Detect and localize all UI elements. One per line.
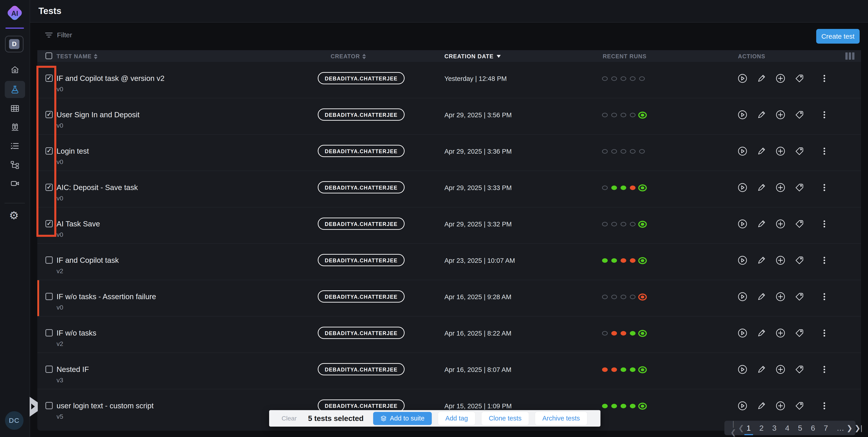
tag-button[interactable] [795,401,804,411]
next-page-button[interactable]: ❯ [846,424,854,432]
row-checkbox[interactable] [45,220,53,227]
add-to-suite-button[interactable] [775,146,785,156]
page-number[interactable]: 1 [745,423,752,433]
sidebar-item-tests[interactable] [5,81,25,98]
user-avatar[interactable]: DC [5,411,24,430]
run-test-button[interactable] [738,110,747,120]
recent-runs[interactable] [602,330,646,337]
recent-runs[interactable] [602,111,646,119]
recent-runs[interactable] [602,147,645,155]
column-creation-date[interactable]: CREATION DATE [444,53,501,60]
tag-button[interactable] [795,328,804,338]
more-actions-icon[interactable] [819,73,829,83]
row-checkbox[interactable] [45,74,53,82]
add-to-suite-button[interactable] [775,255,785,265]
page-number[interactable]: 4 [784,423,790,433]
checklist-icon[interactable] [10,141,20,151]
recent-runs[interactable] [602,402,646,410]
test-name[interactable]: IF w/o tasks - Assertion failure [57,292,156,301]
more-actions-icon[interactable] [819,292,829,302]
page-number[interactable]: 6 [809,423,816,433]
tag-button[interactable] [795,219,804,229]
column-test-name[interactable]: TEST NAME [57,53,97,60]
clone-tests-button[interactable]: Clone tests [482,412,529,425]
edit-test-button[interactable] [756,292,767,302]
tag-button[interactable] [795,110,804,120]
workflow-tree-icon[interactable] [10,160,20,169]
edit-test-button[interactable] [756,328,767,338]
test-name[interactable]: AIC: Deposit - Save task [57,183,138,192]
add-to-suite-button[interactable] [775,110,785,120]
more-actions-icon[interactable] [819,110,829,120]
tag-button[interactable] [795,292,804,302]
add-tag-button[interactable]: Add tag [438,412,475,425]
run-test-button[interactable] [738,365,747,374]
row-checkbox[interactable] [45,184,53,191]
sidebar-expand-handle[interactable] [30,397,38,417]
add-to-suite-button[interactable] [775,292,785,302]
tag-button[interactable] [795,365,804,374]
tag-button[interactable] [795,146,804,156]
test-name[interactable]: Login test [57,147,89,156]
columns-settings-icon[interactable] [845,53,855,60]
edit-test-button[interactable] [756,73,767,83]
tag-button[interactable] [795,255,804,265]
home-icon[interactable] [10,65,20,75]
page-number[interactable]: 5 [797,423,804,433]
row-checkbox[interactable] [45,257,53,264]
run-test-button[interactable] [738,401,747,411]
add-to-suite-button[interactable] [775,328,785,338]
clear-selection-button[interactable]: Clear [282,415,297,422]
tag-button[interactable] [795,182,804,193]
recent-runs[interactable] [602,184,646,192]
add-to-suite-button[interactable] [775,182,785,193]
test-tubes-icon[interactable] [10,123,20,132]
row-checkbox[interactable] [45,329,53,336]
settings-icon[interactable]: ⚙ [9,210,19,221]
edit-test-button[interactable] [756,110,767,120]
row-checkbox[interactable] [45,147,53,155]
recordings-icon[interactable] [10,179,20,188]
more-actions-icon[interactable] [819,219,829,229]
add-to-suite-button[interactable] [775,401,785,411]
test-name[interactable]: user login text - custom script [57,402,154,410]
edit-test-button[interactable] [756,401,767,411]
edit-test-button[interactable] [756,365,767,374]
test-name[interactable]: AI Task Save [57,220,100,228]
archive-tests-button[interactable]: Archive tests [535,412,587,425]
run-test-button[interactable] [738,328,747,338]
recent-runs[interactable] [602,366,646,373]
column-creator[interactable]: CREATOR [331,53,366,60]
last-page-button[interactable]: ❯| [854,424,863,432]
workspace-switcher[interactable]: D [5,36,24,53]
prev-page-button[interactable]: ❮ [737,424,745,432]
filter-button[interactable]: Filter [45,31,72,39]
more-actions-icon[interactable] [819,146,829,156]
row-checkbox[interactable] [45,366,53,373]
edit-test-button[interactable] [756,219,767,229]
row-checkbox[interactable] [45,293,53,300]
add-to-suite-button[interactable] [775,219,785,229]
recent-runs[interactable] [602,293,646,301]
more-actions-icon[interactable] [819,365,829,374]
run-test-button[interactable] [738,219,747,229]
recent-runs[interactable] [602,220,646,228]
run-test-button[interactable] [738,182,747,193]
test-name[interactable]: User Sign In and Deposit [57,110,140,119]
select-all-checkbox[interactable] [45,53,52,59]
run-test-button[interactable] [738,255,747,265]
test-name[interactable]: IF and Copilot task @ version v2 [57,74,164,83]
more-actions-icon[interactable] [819,255,829,265]
more-actions-icon[interactable] [819,401,829,411]
edit-test-button[interactable] [756,146,767,156]
create-test-button[interactable]: Create test [816,29,860,44]
test-name[interactable]: Nested IF [57,365,89,374]
test-name[interactable]: IF w/o tasks [57,329,96,337]
add-to-suite-button[interactable] [775,365,785,374]
test-name[interactable]: IF and Copilot task [57,256,119,265]
edit-test-button[interactable] [756,255,767,265]
more-actions-icon[interactable] [819,182,829,193]
run-test-button[interactable] [738,292,747,302]
row-checkbox[interactable] [45,402,53,409]
edit-test-button[interactable] [756,182,767,193]
